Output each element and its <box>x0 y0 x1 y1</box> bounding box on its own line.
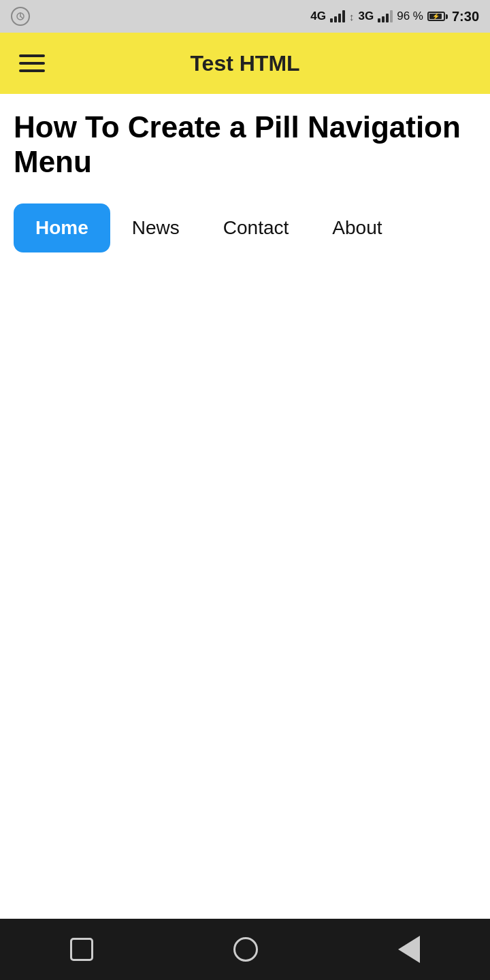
network2-label: 3G <box>359 10 374 23</box>
page-heading: How To Create a Pill Navigation Menu <box>14 110 476 179</box>
arrow-icon: ↕ <box>349 11 355 22</box>
pill-nav: HomeNewsContactAbout <box>14 203 476 252</box>
pill-nav-item-contact[interactable]: Contact <box>201 203 311 252</box>
signal1-icon <box>330 10 345 22</box>
main-content: How To Create a Pill Navigation Menu Hom… <box>0 94 490 919</box>
pill-nav-item-home[interactable]: Home <box>14 203 110 252</box>
pill-nav-item-about[interactable]: About <box>310 203 404 252</box>
hamburger-line-2 <box>19 62 45 65</box>
network1-label: 4G <box>310 10 326 23</box>
recents-icon <box>70 938 93 961</box>
back-button[interactable] <box>378 929 440 970</box>
battery-icon: ⚡ <box>427 12 448 21</box>
navbar-title: Test HTML <box>190 51 299 76</box>
hamburger-line-1 <box>19 54 45 57</box>
back-icon <box>398 936 420 963</box>
status-icons: 4G ↕ 3G 96 % ⚡ 7:30 <box>310 9 479 24</box>
time-display: 7:30 <box>452 9 479 24</box>
svg-line-2 <box>20 16 22 18</box>
pill-nav-item-news[interactable]: News <box>110 203 201 252</box>
bottom-navbar <box>0 919 490 980</box>
hamburger-button[interactable] <box>14 49 50 78</box>
hamburger-line-3 <box>19 69 45 72</box>
top-navbar: Test HTML <box>0 33 490 94</box>
status-bar: 4G ↕ 3G 96 % ⚡ 7:30 <box>0 0 490 33</box>
status-left-icon <box>11 7 30 26</box>
recents-button[interactable] <box>50 931 114 968</box>
home-icon <box>233 937 258 962</box>
home-button[interactable] <box>213 930 278 968</box>
signal2-icon <box>378 10 393 22</box>
battery-percent: 96 % <box>397 10 423 23</box>
